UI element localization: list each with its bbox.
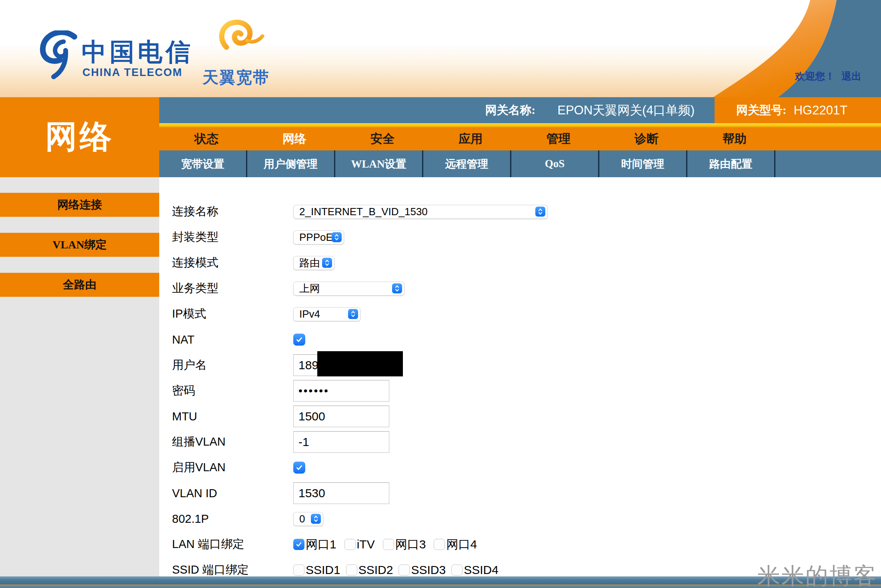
lan-port-binding-label: LAN 端口绑定 [172,536,293,552]
gateway-model-label: 网关型号: [736,102,787,118]
select-arrows-icon [348,309,358,319]
tab-management[interactable]: 管理 [515,127,603,150]
ssid1-option[interactable]: SSID1 [293,563,340,577]
subnav-broadband-settings[interactable]: 宽带设置 [159,150,247,177]
bottom-bar [0,576,881,588]
gateway-name-value: EPON天翼网关(4口单频) [557,102,695,119]
mtu-input[interactable]: 1500 [293,406,389,427]
select-arrows-icon [535,207,545,217]
ssid-binding-label: SSID 端口绑定 [172,562,293,578]
subnav-time-mgmt[interactable]: 时间管理 [599,150,687,177]
service-type-row: 业务类型 上网 [172,276,719,301]
gateway-name-label: 网关名称: [485,102,536,118]
nat-row: NAT [172,327,719,352]
ssid3-checkbox[interactable] [398,564,410,576]
username-row: 用户名 189 [172,352,719,378]
lan-port4-checkbox[interactable] [434,539,445,550]
lan-port3-checkbox[interactable] [383,539,394,550]
gateway-titlebar: 网关名称: EPON天翼网关(4口单频) 网关型号: HG2201T [159,97,881,123]
username-label: 用户名 [172,357,293,373]
gateway-name-section: 网关名称: EPON天翼网关(4口单频) [159,97,715,123]
enable-vlan-checkbox[interactable] [293,462,305,474]
subnav-user-side-mgmt[interactable]: 用户侧管理 [247,150,335,177]
dot1p-select[interactable]: 0 [293,512,323,526]
lan-port1-option[interactable]: 网口1 [293,536,336,553]
encapsulation-row: 封装类型 PPPoE [172,224,719,250]
nat-checkbox[interactable] [293,334,305,346]
sidebar-section-title: 网络 [0,97,159,177]
service-type-label: 业务类型 [172,280,293,296]
service-type-select[interactable]: 上网 [293,282,404,296]
ip-mode-row: IP模式 IPv4 [172,301,719,327]
tab-security[interactable]: 安全 [338,127,426,150]
subnav-wlan-settings[interactable]: WLAN设置 [335,150,423,177]
watermark-text: 米米的博客 [757,561,877,588]
ssid4-option[interactable]: SSID4 [451,563,499,577]
tianyi-broadband-logo-text: 天翼宽带 [202,66,270,88]
dot1p-row: 802.1P 0 [172,506,719,532]
ssid3-option[interactable]: SSID3 [398,563,446,577]
sidebar-item-network-connection[interactable]: 网络连接 [0,193,159,217]
lan-port1-checkbox[interactable] [293,539,304,550]
logout-link[interactable]: 退出 [841,71,861,82]
mtu-label: MTU [172,410,293,423]
ssid2-option[interactable]: SSID2 [346,563,393,577]
gateway-model-value: HG2201T [794,103,847,118]
tab-help[interactable]: 帮助 [691,127,779,150]
china-telecom-logo-en: CHINA TELECOM [82,66,182,79]
tab-status[interactable]: 状态 [162,127,250,150]
lan-port-binding-group: 网口1 iTV 网口3 网口4 [293,536,477,553]
sidebar-item-vlan-binding[interactable]: VLAN绑定 [0,233,159,257]
welcome-text: 欢迎您！ [795,71,835,82]
page-header: 中国电信 CHINA TELECOM 天翼宽带 欢迎您！退出 [0,0,881,97]
broadband-settings-form: 连接名称 2_INTERNET_B_VID_1530 封装类型 PPPoE 连接… [159,177,719,583]
connection-name-row: 连接名称 2_INTERNET_B_VID_1530 [172,199,719,224]
ip-mode-label: IP模式 [172,306,293,322]
ssid-binding-group: SSID1 SSID2 SSID3 SSID4 [293,563,499,577]
password-row: 密码 •••••• [172,378,719,404]
subnav-remote-mgmt[interactable]: 远程管理 [423,150,511,177]
connection-mode-label: 连接模式 [172,255,293,271]
vlan-id-input[interactable]: 1530 [293,482,389,504]
encapsulation-select[interactable]: PPPoE [293,230,344,244]
multicast-vlan-row: 组播VLAN -1 [172,429,719,455]
redaction-overlay [317,351,403,376]
ssid4-checkbox[interactable] [451,564,463,576]
enable-vlan-label: 启用VLAN [172,460,293,476]
itv-option[interactable]: iTV [344,538,375,551]
gold-divider [159,123,881,127]
lan-port-binding-row: LAN 端口绑定 网口1 iTV 网口3 网口4 [172,532,719,557]
lan-port3-option[interactable]: 网口3 [383,536,426,553]
select-arrows-icon [392,284,402,294]
password-label: 密码 [172,383,293,399]
ip-mode-select[interactable]: IPv4 [293,307,360,321]
connection-name-select[interactable]: 2_INTERNET_B_VID_1530 [293,205,548,219]
bottom-bar-steel-line [0,586,881,588]
tianyi-broadband-logo-icon [213,18,265,62]
tab-network[interactable]: 网络 [250,127,338,150]
dot1p-label: 802.1P [172,512,293,526]
password-input[interactable]: •••••• [293,380,389,402]
sub-nav: 宽带设置 用户侧管理 WLAN设置 远程管理 QoS 时间管理 路由配置 [159,150,881,177]
itv-checkbox[interactable] [344,539,356,550]
tab-application[interactable]: 应用 [426,127,515,150]
ssid1-checkbox[interactable] [293,564,304,576]
welcome-area: 欢迎您！退出 [795,70,861,83]
subnav-qos[interactable]: QoS [511,150,599,177]
lan-port4-option[interactable]: 网口4 [434,536,477,553]
subnav-route-config[interactable]: 路由配置 [687,150,775,177]
mtu-row: MTU 1500 [172,404,719,429]
multicast-vlan-label: 组播VLAN [172,434,293,450]
connection-mode-row: 连接模式 路由 [172,250,719,276]
connection-mode-select[interactable]: 路由 [293,256,334,270]
sidebar-item-full-route[interactable]: 全路由 [0,273,159,297]
china-telecom-logo-cn: 中国电信 [82,35,194,69]
select-arrows-icon [332,232,342,242]
vlan-id-label: VLAN ID [172,487,293,500]
vlan-id-row: VLAN ID 1530 [172,480,719,506]
ssid2-checkbox[interactable] [346,564,357,576]
china-telecom-logo-icon [38,30,78,80]
multicast-vlan-input[interactable]: -1 [293,431,389,453]
enable-vlan-row: 启用VLAN [172,455,719,480]
tab-diagnosis[interactable]: 诊断 [603,127,691,150]
